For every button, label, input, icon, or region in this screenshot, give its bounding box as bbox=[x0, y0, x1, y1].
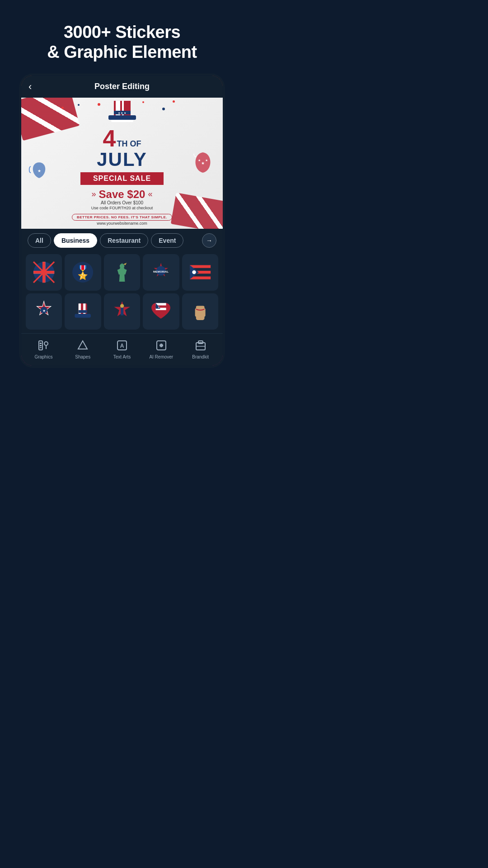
sticker-uk-flag[interactable] bbox=[26, 254, 62, 290]
sticker-salute[interactable]: 🎖️ bbox=[65, 254, 101, 290]
svg-text:★: ★ bbox=[201, 161, 205, 165]
poster-main-text: 4 TH OF JULY SPECIAL SALE » Save $20 « A… bbox=[72, 127, 172, 226]
screen-title: Poster Editing bbox=[94, 82, 150, 91]
code-text: Use code FOURTH20 at checkout bbox=[72, 206, 172, 211]
better-prices-badge: BETTER PRICES. NO FEES. IT'S THAT SIMPLE… bbox=[72, 214, 172, 221]
app-header: ‹ Poster Editing bbox=[21, 75, 223, 98]
svg-text:★: ★ bbox=[38, 169, 41, 174]
svg-text:★: ★ bbox=[198, 159, 201, 162]
tool-graphics[interactable]: Graphics bbox=[24, 338, 63, 359]
left-arrow: » bbox=[92, 190, 96, 199]
svg-text:MEMORIAL: MEMORIAL bbox=[153, 270, 169, 274]
svg-text:🎖️: 🎖️ bbox=[75, 264, 91, 281]
tabs-scroll-arrow[interactable]: → bbox=[202, 233, 216, 248]
graphics-icon bbox=[36, 338, 51, 353]
sticker-puerto-rico[interactable] bbox=[182, 254, 218, 290]
poster-canvas: ★ ★ ★ 4 TH OF JULY SPECIAL SALE bbox=[21, 98, 223, 229]
website-text: www.yourwebsitename.com bbox=[72, 222, 172, 226]
sticker-star-badge[interactable]: ★ bbox=[26, 293, 62, 330]
tool-airemover[interactable]: AI Remover bbox=[141, 338, 181, 359]
sticker-uncle-sam-hat[interactable] bbox=[65, 293, 101, 330]
bottom-toolbar: Graphics Shapes A Text Arts bbox=[21, 333, 223, 366]
svg-rect-30 bbox=[190, 277, 211, 279]
sticker-statue-liberty[interactable] bbox=[104, 254, 140, 290]
svg-rect-40 bbox=[121, 307, 123, 316]
svg-text:★: ★ bbox=[42, 308, 46, 313]
sticker-grid: 🎖️ MEMORIAL bbox=[21, 252, 223, 333]
sticker-flag-heart[interactable]: ★ bbox=[143, 293, 179, 330]
save-amount: Save $20 bbox=[99, 189, 145, 200]
textarts-label: Text Arts bbox=[113, 354, 131, 359]
sticker-fist[interactable] bbox=[182, 293, 218, 330]
svg-text:★ ★ ★: ★ ★ ★ bbox=[117, 112, 126, 114]
uncle-sam-hat: ★ ★ ★ bbox=[108, 101, 137, 126]
brandkit-icon bbox=[193, 338, 208, 353]
category-tabs-bar: All Business Restaurant Event → bbox=[21, 229, 223, 252]
tab-all[interactable]: All bbox=[28, 233, 51, 248]
svg-point-32 bbox=[192, 270, 196, 274]
balloon-right: ★ ★ ★ bbox=[189, 150, 216, 177]
balloon-left: ★ bbox=[27, 158, 52, 183]
right-arrow: « bbox=[148, 190, 152, 199]
svg-rect-51 bbox=[40, 343, 42, 344]
svg-rect-11 bbox=[111, 120, 133, 122]
number-4: 4 bbox=[103, 127, 116, 150]
svg-rect-49 bbox=[196, 306, 204, 309]
back-button[interactable]: ‹ bbox=[28, 81, 32, 93]
tool-textarts[interactable]: A Text Arts bbox=[103, 338, 142, 359]
shapes-icon bbox=[75, 338, 90, 353]
orders-text: All Orders Over $100 bbox=[72, 200, 172, 205]
airemover-label: AI Remover bbox=[149, 354, 173, 359]
textarts-icon: A bbox=[115, 338, 129, 353]
shapes-label: Shapes bbox=[75, 354, 90, 359]
airemover-icon bbox=[154, 338, 169, 353]
tab-restaurant[interactable]: Restaurant bbox=[100, 233, 148, 248]
svg-point-41 bbox=[120, 304, 124, 307]
brandkit-label: Brandkit bbox=[192, 354, 209, 359]
svg-point-54 bbox=[44, 342, 48, 345]
tool-brandkit[interactable]: Brandkit bbox=[181, 338, 220, 359]
flag-corner-bottom-right bbox=[171, 193, 223, 229]
sticker-star-soldier[interactable] bbox=[104, 293, 140, 330]
phone-inner: ‹ Poster Editing bbox=[21, 75, 223, 366]
tab-business[interactable]: Business bbox=[54, 233, 97, 248]
tool-shapes[interactable]: Shapes bbox=[63, 338, 103, 359]
svg-text:A: A bbox=[120, 343, 124, 349]
svg-point-25 bbox=[120, 264, 124, 269]
svg-rect-53 bbox=[40, 347, 42, 348]
hero-title: 3000+ Stickers & Graphic Element bbox=[18, 10, 226, 70]
poster-background: ★ ★ ★ 4 TH OF JULY SPECIAL SALE bbox=[21, 98, 223, 229]
graphics-label: Graphics bbox=[34, 354, 52, 359]
svg-text:★: ★ bbox=[205, 159, 208, 162]
special-sale-banner: SPECIAL SALE bbox=[80, 172, 164, 185]
hero-section: 3000+ Stickers & Graphic Element bbox=[0, 0, 244, 75]
july-text: JULY bbox=[72, 150, 172, 169]
sticker-memorial-day[interactable]: MEMORIAL bbox=[143, 254, 179, 290]
svg-rect-52 bbox=[40, 345, 42, 346]
tab-event[interactable]: Event bbox=[151, 233, 183, 248]
svg-rect-28 bbox=[190, 265, 211, 268]
svg-rect-10 bbox=[108, 115, 136, 120]
phone-frame: ‹ Poster Editing bbox=[20, 75, 224, 367]
svg-rect-39 bbox=[75, 314, 91, 317]
svg-rect-38 bbox=[79, 310, 87, 313]
th-of-text: TH OF bbox=[117, 138, 141, 150]
